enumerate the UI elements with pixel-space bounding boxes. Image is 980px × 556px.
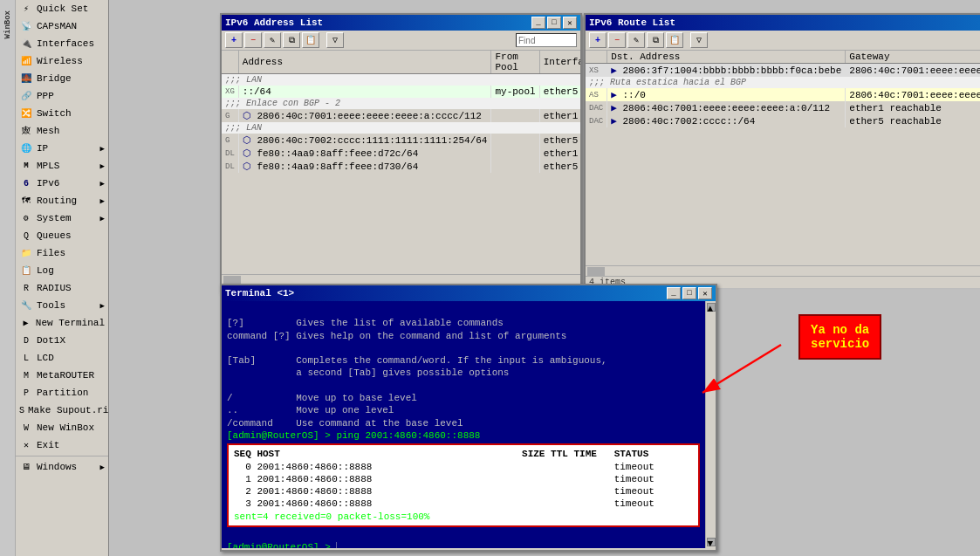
sidebar-item-routing[interactable]: 🗺 Routing ▶ — [16, 192, 108, 209]
ipv6-route-filter-btn[interactable]: ▽ — [690, 32, 708, 48]
sidebar-item-quickset[interactable]: ⚡ Quick Set — [16, 0, 108, 17]
terminal-maximize[interactable]: □ — [682, 287, 696, 299]
ipv6-route-body[interactable]: Dst. Address Gateway XS ▶ 2806:3f7:1004:… — [586, 51, 980, 265]
terminal-scroll-down[interactable]: ▼ — [707, 538, 716, 546]
sidebar-item-interfaces[interactable]: 🔌 Interfaces — [16, 35, 108, 52]
windows-icon: 🖥 — [19, 460, 33, 474]
table-row[interactable]: G ⬡ 2806:40c:7002:cccc:1111:1111:1111:25… — [222, 134, 580, 147]
ipv6-address-controls: _ □ ✕ — [531, 17, 577, 29]
col-flags[interactable] — [586, 51, 607, 64]
ipv6-icon: 6 — [19, 176, 33, 190]
annotation-arrow — [694, 340, 798, 410]
col-flags[interactable] — [222, 51, 238, 74]
terminal-minimize[interactable]: _ — [667, 287, 681, 299]
ipv6-addr-add-btn[interactable]: + — [225, 32, 243, 48]
sidebar-item-lcd[interactable]: L LCD — [16, 349, 108, 367]
main-area: IPv6 Address List _ □ ✕ + − ✎ ⧉ 📋 ▽ Add — [109, 0, 980, 556]
ipv6-address-minimize[interactable]: _ — [531, 17, 545, 29]
quickset-icon: ⚡ — [19, 2, 33, 16]
table-row: ;;; Ruta estatica hacia el BGP — [586, 77, 980, 88]
ipv6-route-del-btn[interactable]: − — [608, 32, 626, 48]
col-interface[interactable]: Interface — [539, 51, 580, 74]
ping-row-0: 0 2001:4860:4860::8888 timeout — [234, 462, 654, 472]
ipv6-address-body[interactable]: Address From Pool Interface ;;; LAN XG :… — [222, 51, 580, 274]
sidebar-item-mesh[interactable]: 🕸 Mesh — [16, 122, 108, 140]
table-row[interactable]: DAC ▶ 2806:40c:7001:eeee:eeee:eeee:a:0/1… — [586, 101, 980, 114]
ipv6-route-table: Dst. Address Gateway XS ▶ 2806:3f7:1004:… — [586, 51, 980, 127]
ipv6-addr-filter-btn[interactable]: ▽ — [326, 32, 344, 48]
col-dst-address[interactable]: Dst. Address — [607, 51, 846, 64]
ping-row-3: 3 2001:4860:4860::8888 timeout — [234, 498, 654, 509]
ipv6-route-hscroll[interactable] — [586, 265, 980, 276]
ipv6-addr-edit-btn[interactable]: ✎ — [264, 32, 281, 48]
table-row[interactable]: DAC ▶ 2806:40c:7002:cccc::/64 ether5 rea… — [586, 114, 980, 127]
terminal-close[interactable]: ✕ — [698, 287, 712, 299]
ipv6-addr-copy-btn[interactable]: ⧉ — [283, 32, 300, 48]
sidebar-item-metarouter[interactable]: M MetaROUTER — [16, 367, 108, 384]
terminal-titlebar[interactable]: Terminal <1> _ □ ✕ — [222, 285, 716, 301]
sidebar-item-radius[interactable]: R RADIUS — [16, 279, 108, 297]
ipv6-route-paste-btn[interactable]: 📋 — [666, 32, 683, 48]
ipv6-route-add-btn[interactable]: + — [589, 32, 607, 48]
table-row[interactable]: AS ▶ ::/0 2806:40c:7001:eeee:eeee:eeee:a… — [586, 88, 980, 101]
table-row[interactable]: DL ⬡ fe80::4aa9:8aff:feee:d730/64 ether5 — [222, 160, 580, 173]
sidebar-item-ppp[interactable]: 🔗 PPP — [16, 87, 108, 105]
ip-icon: 🌐 — [19, 141, 33, 155]
ipv6-addr-find-input[interactable] — [516, 33, 577, 47]
terminal-title: Terminal <1> — [225, 288, 667, 299]
sidebar-item-ipv6[interactable]: 6 IPv6 ▶ — [16, 175, 108, 192]
mpls-icon: M — [19, 159, 33, 173]
tools-icon: 🔧 — [19, 299, 33, 312]
table-row[interactable]: DL ⬡ fe80::4aa9:8aff:feee:d72c/64 ether1 — [222, 147, 580, 160]
ipv6-route-titlebar[interactable]: IPv6 Route List _ □ ✕ — [586, 15, 980, 31]
interfaces-icon: 🔌 — [19, 37, 33, 51]
sidebar-item-queues[interactable]: Q Queues — [16, 227, 108, 244]
sidebar-item-windows[interactable]: 🖥 Windows ▶ — [16, 458, 108, 476]
switch-icon: 🔀 — [19, 106, 33, 120]
ipv6-address-title: IPv6 Address List — [225, 17, 531, 28]
table-row[interactable]: XG ::/64 my-pool ether5 — [222, 86, 580, 98]
col-address[interactable]: Address — [238, 51, 491, 74]
terminal-window: Terminal <1> _ □ ✕ [?] Gives the list of… — [220, 284, 717, 552]
sidebar-item-partition[interactable]: P Partition — [16, 384, 108, 402]
sidebar-item-dot1x[interactable]: D Dot1X — [16, 332, 108, 349]
ipv6-route-edit-btn[interactable]: ✎ — [627, 32, 645, 48]
system-icon: ⚙ — [19, 211, 33, 225]
col-from-pool[interactable]: From Pool — [491, 51, 539, 74]
terminal-body[interactable]: [?] Gives the list of available commands… — [222, 301, 705, 548]
ipv6-address-titlebar[interactable]: IPv6 Address List _ □ ✕ — [222, 15, 580, 31]
sidebar-item-switch[interactable]: 🔀 Switch — [16, 105, 108, 122]
sidebar-item-new-terminal[interactable]: ▶ New Terminal — [16, 314, 108, 332]
lcd-icon: L — [19, 351, 33, 365]
sidebar-item-system[interactable]: ⚙ System ▶ — [16, 209, 108, 227]
new-winbox-icon: W — [19, 421, 33, 435]
col-gateway[interactable]: Gateway — [846, 51, 980, 64]
terminal-body-container: [?] Gives the list of available commands… — [222, 301, 716, 548]
routing-icon: 🗺 — [19, 194, 33, 208]
metarouter-icon: M — [19, 368, 33, 382]
sidebar-item-ip[interactable]: 🌐 IP ▶ — [16, 140, 108, 157]
sidebar-item-make-supout[interactable]: S Make Supout.rif — [16, 402, 108, 419]
sidebar-item-wireless[interactable]: 📶 Wireless — [16, 52, 108, 70]
terminal-scrollbar[interactable]: ▲ ▼ — [705, 301, 716, 548]
ping-command-line: [admin@RouterOS] > ping 2001:4860:4860::… — [227, 430, 480, 441]
sidebar-item-new-winbox[interactable]: W New WinBox — [16, 419, 108, 436]
ipv6-addr-paste-btn[interactable]: 📋 — [302, 32, 319, 48]
ipv6-route-copy-btn[interactable]: ⧉ — [647, 32, 664, 48]
sidebar-item-bridge[interactable]: 🌉 Bridge — [16, 70, 108, 87]
ipv6-address-close[interactable]: ✕ — [563, 17, 577, 29]
dot1x-icon: D — [19, 333, 33, 347]
table-row[interactable]: XS ▶ 2806:3f7:1004:bbbb:bbbb:bbbb:f0ca:b… — [586, 64, 980, 78]
sidebar-item-tools[interactable]: 🔧 Tools ▶ — [16, 297, 108, 314]
ipv6-address-maximize[interactable]: □ — [547, 17, 561, 29]
sidebar-item-files[interactable]: 📁 Files — [16, 244, 108, 262]
terminal-cursor: █ — [336, 542, 342, 548]
table-row[interactable]: G ⬡ 2806:40c:7001:eeee:eeee:eeee:a:cccc/… — [222, 109, 580, 122]
sidebar-item-log[interactable]: 📋 Log — [16, 262, 108, 279]
ipv6-addr-del-btn[interactable]: − — [244, 32, 262, 48]
sidebar-item-exit[interactable]: ✕ Exit — [16, 436, 108, 454]
sidebar-item-capsman[interactable]: 📡 CAPsMAN — [16, 17, 108, 35]
log-icon: 📋 — [19, 264, 33, 278]
sidebar-item-mpls[interactable]: M MPLS ▶ — [16, 157, 108, 175]
terminal-scroll-up[interactable]: ▲ — [707, 303, 716, 312]
